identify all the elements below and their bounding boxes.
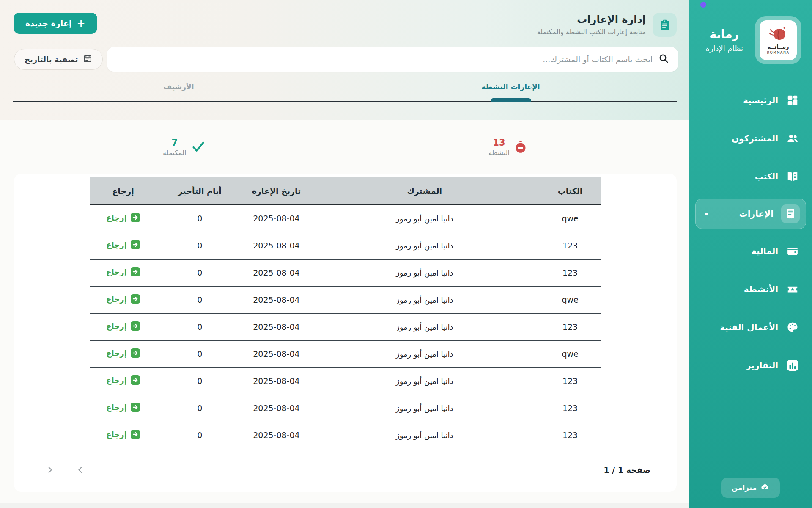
- sidebar-item-6[interactable]: الأعمال الفنية: [689, 308, 812, 346]
- column-header-loan-date: تاريخ الإعارة: [243, 177, 310, 205]
- sidebar-item-2[interactable]: الكتب: [689, 157, 812, 196]
- table-row: 123دانيا امين أبو رموز2025-08-040إرجاع: [90, 259, 601, 286]
- cell-book: 123: [540, 367, 601, 395]
- return-box-icon: [131, 240, 140, 249]
- return-button[interactable]: إرجاع: [106, 321, 140, 331]
- new-loan-button[interactable]: + إعارة جديدة: [14, 13, 97, 34]
- cell-delay-days: 0: [156, 232, 243, 259]
- table-row: qweدانيا امين أبو رموز2025-08-040إرجاع: [90, 205, 601, 232]
- return-button[interactable]: إرجاع: [106, 294, 140, 304]
- page-subtitle: متابعة إعارات الكتب النشطة والمكتملة: [537, 28, 646, 36]
- pagination: صفحة 1 / 1: [14, 449, 677, 476]
- new-loan-label: إعارة جديدة: [25, 19, 71, 28]
- cell-loan-date: 2025-08-04: [243, 205, 310, 232]
- sidebar-item-0[interactable]: الرئيسية: [689, 81, 812, 119]
- return-label: إرجاع: [106, 322, 127, 331]
- pomegranate-icon: [768, 26, 788, 44]
- return-button[interactable]: إرجاع: [106, 240, 140, 249]
- sidebar-item-label: الرئيسية: [743, 95, 778, 105]
- sidebar-nav: الرئيسيةالمشتركونالكتبالإعاراتالماليةالأ…: [689, 81, 812, 384]
- page-title: إدارة الإعارات: [537, 14, 646, 25]
- table-header-row: الكتاب المشترك تاريخ الإعارة أيام التأخي…: [90, 177, 601, 205]
- search-box: [107, 47, 678, 72]
- grid-icon: [786, 94, 799, 107]
- return-button[interactable]: إرجاع: [106, 267, 140, 276]
- completed-loans-stat: 7 المكتملة: [163, 138, 206, 157]
- cell-subscriber: دانيا امين أبو رموز: [310, 205, 540, 232]
- return-button[interactable]: إرجاع: [106, 348, 140, 358]
- sidebar-item-1[interactable]: المشتركون: [689, 119, 812, 157]
- column-header-delay-days: أيام التأخير: [156, 177, 243, 205]
- active-item-dot: [705, 213, 708, 215]
- sync-status-label: متزامن: [732, 483, 757, 492]
- return-label: إرجاع: [106, 268, 127, 276]
- search-input[interactable]: [116, 55, 653, 64]
- brand-name: رمانة: [710, 28, 739, 41]
- table-row: 123دانيا امين أبو رموز2025-08-040إرجاع: [90, 395, 601, 422]
- brand-text: رمانة نظام الإدارة: [705, 28, 743, 53]
- return-label: إرجاع: [106, 213, 127, 222]
- stopwatch-icon: [515, 141, 527, 153]
- sidebar-item-4[interactable]: المالية: [689, 232, 812, 270]
- palette-icon: [786, 320, 799, 334]
- tab-active-loans[interactable]: الإعارات النشطة: [345, 83, 677, 101]
- cell-subscriber: دانيا امين أبو رموز: [310, 395, 540, 422]
- logo-card: رمــانــة ROMMANA: [755, 16, 801, 64]
- cell-loan-date: 2025-08-04: [243, 232, 310, 259]
- return-label: إرجاع: [106, 376, 127, 385]
- table-row: qweدانيا امين أبو رموز2025-08-040إرجاع: [90, 340, 601, 367]
- table-row: 123دانيا امين أبو رموز2025-08-040إرجاع: [90, 422, 601, 449]
- filter-label: تصفية بالتاريخ: [25, 55, 78, 64]
- logo-text-english: ROMMANA: [767, 51, 789, 55]
- cell-book: 123: [540, 313, 601, 340]
- sidebar-item-label: الكتب: [755, 171, 778, 182]
- table-row: 123دانيا امين أبو رموز2025-08-040إرجاع: [90, 313, 601, 340]
- brand-subtitle: نظام الإدارة: [705, 44, 743, 53]
- sidebar-item-label: الأنشطة: [744, 284, 778, 294]
- return-box-icon: [131, 321, 140, 331]
- cell-book: qwe: [540, 205, 601, 232]
- return-box-icon: [131, 403, 140, 412]
- app-root: رمــانــة ROMMANA رمانة نظام الإدارة الر…: [0, 0, 812, 508]
- brand: رمــانــة ROMMANA رمانة نظام الإدارة: [689, 0, 812, 64]
- cell-subscriber: دانيا امين أبو رموز: [310, 422, 540, 449]
- filter-by-date-button[interactable]: تصفية بالتاريخ: [14, 49, 103, 70]
- return-box-icon: [131, 267, 140, 276]
- loans-table: الكتاب المشترك تاريخ الإعارة أيام التأخي…: [90, 177, 601, 449]
- next-page-button[interactable]: [44, 464, 56, 476]
- cell-loan-date: 2025-08-04: [243, 313, 310, 340]
- return-button[interactable]: إرجاع: [106, 403, 140, 412]
- plus-icon: +: [77, 18, 85, 28]
- clipboard-icon: [653, 13, 677, 37]
- return-box-icon: [131, 213, 140, 222]
- cell-loan-date: 2025-08-04: [243, 395, 310, 422]
- sidebar-item-7[interactable]: التقارير: [689, 346, 812, 384]
- cell-delay-days: 0: [156, 367, 243, 395]
- cell-subscriber: دانيا امين أبو رموز: [310, 286, 540, 313]
- table-row: qweدانيا امين أبو رموز2025-08-040إرجاع: [90, 286, 601, 313]
- active-loans-stat: 13 النشطة: [488, 138, 527, 157]
- sidebar-item-3[interactable]: الإعارات: [695, 199, 806, 229]
- people-icon: [786, 132, 799, 145]
- return-button[interactable]: إرجاع: [106, 430, 140, 439]
- sidebar-item-5[interactable]: الأنشطة: [689, 270, 812, 308]
- sync-status-button[interactable]: متزامن: [721, 478, 780, 498]
- return-label: إرجاع: [106, 349, 127, 358]
- return-button[interactable]: إرجاع: [106, 213, 140, 222]
- cell-subscriber: دانيا امين أبو رموز: [310, 232, 540, 259]
- return-label: إرجاع: [106, 403, 127, 412]
- cell-delay-days: 0: [156, 259, 243, 286]
- page-indicator: صفحة 1 / 1: [604, 465, 650, 475]
- table-row: 123دانيا امين أبو رموز2025-08-040إرجاع: [90, 367, 601, 395]
- loans-table-card: الكتاب المشترك تاريخ الإعارة أيام التأخي…: [14, 174, 677, 492]
- cell-delay-days: 0: [156, 340, 243, 367]
- main-content: إدارة الإعارات متابعة إعارات الكتب النشط…: [0, 0, 689, 508]
- active-tab-indicator: [491, 98, 531, 102]
- cell-delay-days: 0: [156, 422, 243, 449]
- cell-book: 123: [540, 232, 601, 259]
- cell-loan-date: 2025-08-04: [243, 259, 310, 286]
- prev-page-button[interactable]: [74, 464, 87, 476]
- return-button[interactable]: إرجاع: [106, 375, 140, 385]
- cloud-check-icon: [760, 482, 770, 493]
- tab-archive[interactable]: الأرشيف: [13, 83, 345, 101]
